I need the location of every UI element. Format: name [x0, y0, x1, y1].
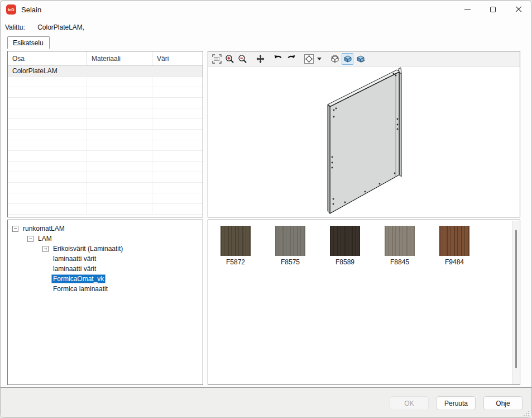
render-shaded-icon[interactable]: [342, 53, 353, 65]
table-empty-cell: [8, 140, 87, 150]
swatch-scrollbar-thumb[interactable]: [515, 230, 517, 368]
table-empty-cell: [152, 98, 203, 108]
view-orientation-icon[interactable]: [303, 53, 315, 65]
pan-icon[interactable]: [255, 53, 266, 65]
rotate-left-icon[interactable]: [272, 53, 284, 65]
tree-expand-icon[interactable]: [42, 246, 49, 252]
swatch-list-panel: F5872 F8575 F8589 F8845 F9484: [208, 220, 520, 385]
table-empty-row[interactable]: [8, 162, 203, 172]
preview-3d-panel: [208, 51, 520, 217]
swatch-item-f9484[interactable]: F9484: [439, 226, 469, 266]
tree-item-erikoisvarit[interactable]: Erikoisvärit (Laminaatit): [8, 244, 203, 254]
swatch-tile[interactable]: [221, 226, 251, 256]
tree-collapse-icon[interactable]: [27, 236, 33, 242]
swatch-code: F8589: [330, 258, 360, 266]
table-empty-cell: [152, 108, 203, 118]
table-empty-cell: [152, 172, 203, 182]
table-empty-cell: [87, 162, 152, 172]
close-icon: [515, 6, 522, 13]
preview-3d-viewport[interactable]: [208, 66, 520, 217]
tree-item-formicaomat-vk[interactable]: FormicaOmat_vk: [8, 274, 203, 284]
column-header-vari[interactable]: Väri: [152, 51, 203, 65]
tree-item-label[interactable]: LAM: [36, 234, 54, 243]
tree-item-laminaatti-varit-1[interactable]: laminaatti värit: [8, 254, 203, 264]
selected-label: Valittu:: [5, 23, 25, 31]
tab-esikatselu[interactable]: Esikatselu: [7, 36, 50, 49]
cancel-button[interactable]: Peruuta: [437, 396, 476, 410]
tree-item-runkomatlam[interactable]: runkomatLAM: [8, 224, 203, 234]
material-tree: runkomatLAM LAM Erikoisvärit (Laminaatit…: [8, 220, 203, 294]
table-empty-cell: [152, 151, 203, 161]
tree-item-label[interactable]: laminaatti värit: [51, 254, 98, 263]
tree-item-label[interactable]: laminaatti värit: [51, 264, 98, 273]
dialog-footer: OK Peruuta Ohje: [1, 387, 531, 418]
tree-item-formica-laminaatit[interactable]: Formica laminaatit: [8, 284, 203, 294]
table-empty-row[interactable]: [8, 87, 203, 98]
close-button[interactable]: [506, 1, 531, 18]
swatch-code: F8845: [385, 258, 415, 266]
table-empty-cell: [87, 151, 152, 161]
table-empty-row[interactable]: [8, 204, 203, 215]
dialog-window: InD Selain Valittu: ColorPlateLAM, Esika…: [0, 0, 532, 418]
swatch-tile[interactable]: [275, 226, 305, 256]
table-empty-row[interactable]: [8, 183, 203, 193]
swatch-code: F5872: [221, 258, 251, 266]
table-empty-row[interactable]: [8, 77, 203, 87]
swatch-scrollbar[interactable]: [512, 221, 519, 384]
table-empty-cell: [87, 140, 152, 150]
table-empty-cell: [87, 172, 152, 182]
zoom-window-icon[interactable]: [211, 53, 223, 65]
material-tree-panel: runkomatLAM LAM Erikoisvärit (Laminaatit…: [7, 220, 203, 385]
window-controls: [454, 1, 531, 18]
column-header-materiaali[interactable]: Materiaali: [87, 51, 152, 65]
maximize-button[interactable]: [480, 1, 506, 18]
table-empty-row[interactable]: [8, 108, 203, 119]
swatch-tile[interactable]: [385, 226, 415, 256]
title-bar: InD Selain: [1, 1, 531, 18]
tree-item-label[interactable]: Formica laminaatit: [51, 284, 109, 293]
render-shaded-shadow-icon[interactable]: [354, 53, 366, 65]
minimize-button[interactable]: [454, 1, 480, 18]
table-empty-cell: [8, 183, 87, 193]
tree-item-lam[interactable]: LAM: [8, 234, 203, 244]
swatch-item-f8575[interactable]: F8575: [275, 226, 305, 266]
tree-item-label-selected[interactable]: FormicaOmat_vk: [51, 274, 106, 283]
parts-table-empty-rows: [8, 77, 203, 215]
swatch-tile[interactable]: [330, 226, 360, 256]
swatch-code: F9484: [439, 258, 469, 266]
tree-item-label[interactable]: runkomatLAM: [21, 224, 66, 233]
tree-collapse-icon[interactable]: [12, 226, 18, 232]
table-empty-row[interactable]: [8, 172, 203, 183]
parts-table-header: Osa Materiaali Väri: [8, 51, 203, 66]
table-empty-cell: [152, 162, 203, 172]
zoom-out-icon[interactable]: [237, 53, 248, 65]
table-cell-vari: [152, 66, 203, 76]
swatch-item-f8589[interactable]: F8589: [330, 226, 360, 266]
tree-item-laminaatti-varit-2[interactable]: laminaatti värit: [8, 264, 203, 274]
table-empty-row[interactable]: [8, 151, 203, 162]
help-button[interactable]: Ohje: [483, 396, 523, 410]
table-empty-row[interactable]: [8, 98, 203, 108]
swatch-tile[interactable]: [439, 226, 469, 256]
tree-item-label[interactable]: Erikoisvärit (Laminaatit): [51, 244, 124, 253]
table-empty-row[interactable]: [8, 140, 203, 151]
swatch-item-f5872[interactable]: F5872: [221, 226, 251, 266]
ok-button[interactable]: OK: [390, 396, 429, 410]
column-header-osa[interactable]: Osa: [8, 51, 87, 65]
resize-grip-icon[interactable]: [523, 410, 530, 417]
table-empty-row[interactable]: [8, 193, 203, 204]
table-empty-cell: [152, 204, 203, 214]
table-empty-cell: [152, 130, 203, 140]
view-orientation-dropdown-icon[interactable]: [316, 53, 323, 65]
zoom-in-icon[interactable]: [224, 53, 236, 65]
rotate-right-icon[interactable]: [285, 53, 297, 65]
table-empty-row[interactable]: [8, 119, 203, 130]
swatch-item-f8845[interactable]: F8845: [385, 226, 415, 266]
table-empty-row[interactable]: [8, 130, 203, 140]
table-row-colorplatelam[interactable]: ColorPlateLAM: [8, 66, 203, 77]
table-cell-osa: ColorPlateLAM: [8, 66, 87, 76]
maximize-icon: [490, 7, 496, 12]
table-cell-materiaali: [87, 66, 152, 76]
render-wireframe-icon[interactable]: [329, 53, 341, 65]
table-empty-cell: [152, 77, 203, 87]
